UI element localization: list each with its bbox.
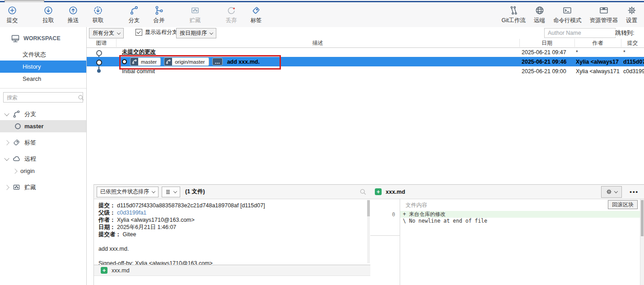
column-header-date[interactable]: 日期 xyxy=(519,39,575,47)
workspace-label: WORKSPACE xyxy=(23,35,61,42)
tree-branches[interactable]: 分支 xyxy=(0,108,86,120)
changed-file-row[interactable]: + xxx.md xyxy=(94,265,370,276)
commit-hash: c0d3199 xyxy=(623,68,644,75)
file-sort-dropdown[interactable]: 已依照文件状态排序 xyxy=(97,187,159,197)
toolbar-push-button[interactable]: 推送 xyxy=(62,5,84,24)
chevron-down-icon xyxy=(210,31,213,34)
commit-dot-icon xyxy=(122,59,127,64)
push-icon xyxy=(68,5,78,15)
author-filter-box xyxy=(544,28,616,38)
chevron-down-icon[interactable] xyxy=(4,111,9,116)
dropdown-value: 按日期排序 xyxy=(180,29,207,37)
chevron-down-icon[interactable] xyxy=(4,155,9,160)
more-options-button[interactable]: ••• xyxy=(630,188,639,195)
gear-icon xyxy=(606,188,612,195)
commit-row-initial[interactable]: Initial commit 2025-06-21 09:00 Xylia <a… xyxy=(87,66,644,76)
chevron-down-icon xyxy=(117,31,121,34)
commit-detail-panel: 已依照文件状态排序 (1 文件) 提交： d115d072f4330a88358… xyxy=(93,184,371,285)
diff-options-button[interactable] xyxy=(601,186,622,198)
view-mode-dropdown[interactable] xyxy=(162,187,180,197)
toolbar-explorer-button[interactable]: 资源管理器 xyxy=(586,5,622,24)
toolbar-discard-button[interactable]: 丢弃 xyxy=(220,5,243,24)
column-header-graph[interactable]: 图谱 xyxy=(87,39,117,47)
revert-hunk-button[interactable]: 回滚区块 xyxy=(608,200,638,209)
main-toolbar: 提交 拉取 推送 获取 分支 合并 xyxy=(0,2,644,28)
chevron-right-icon[interactable] xyxy=(4,140,9,145)
field-value: Xylia <always1710@163.com> xyxy=(117,217,195,223)
scrollbar[interactable] xyxy=(367,200,370,263)
toolbar-right-group: Git工作流 远端 命令行模式 资源管理器 设置 xyxy=(498,5,644,24)
tree-branch-master[interactable]: master xyxy=(0,120,86,132)
search-icon[interactable] xyxy=(359,188,366,195)
sidebar-item-search[interactable]: Search xyxy=(0,73,86,85)
fetch-icon xyxy=(93,5,103,15)
sidebar: WORKSPACE 文件状态 History Search 分支 master xyxy=(0,27,87,285)
tree-label: 贮藏 xyxy=(24,183,36,192)
pull-icon xyxy=(43,5,53,15)
chevron-right-icon[interactable] xyxy=(4,185,9,190)
tree-remote-origin[interactable]: origin xyxy=(0,165,86,177)
column-header-commit[interactable]: 提交 xyxy=(621,39,644,47)
commit-hash: * xyxy=(623,49,644,56)
toolbar-branch-button[interactable]: 分支 xyxy=(123,5,145,24)
graph-node-head-commit xyxy=(96,60,102,65)
branch-scope-dropdown[interactable]: 所有分支 xyxy=(89,28,124,38)
checkbox-label: 显示远程分支 xyxy=(145,28,177,36)
gitflow-icon xyxy=(509,5,518,15)
commit-row-selected[interactable]: master origin/master … add xxx.md. 2025-… xyxy=(87,57,644,66)
scrollbar-thumb[interactable] xyxy=(641,200,644,236)
chevron-down-icon xyxy=(173,189,177,193)
tree-stashes[interactable]: 贮藏 xyxy=(0,181,86,193)
commit-message: add xxx.md. xyxy=(98,245,366,252)
sidebar-item-file-status[interactable]: 文件状态 xyxy=(0,48,86,61)
scrollbar[interactable] xyxy=(640,199,644,285)
sidebar-search-input[interactable] xyxy=(6,94,78,101)
column-header-description[interactable]: 描述 xyxy=(116,39,520,47)
toolbar-fetch-button[interactable]: 获取 xyxy=(87,5,109,24)
file-added-icon: + xyxy=(375,188,382,195)
toolbar-remote-button[interactable]: 远端 xyxy=(530,5,549,24)
commit-author: * xyxy=(576,49,620,56)
commit-field: 提交者： Gitee xyxy=(98,231,366,238)
tree-tags[interactable]: 标签 xyxy=(0,136,86,149)
tree-remotes[interactable]: 远程 xyxy=(0,153,86,165)
jump-to-label: 跳转到: xyxy=(615,29,635,37)
toolbar-pull-button[interactable]: 拉取 xyxy=(37,5,60,24)
scrollbar-thumb[interactable] xyxy=(367,200,370,216)
toolbar-stash-button[interactable]: 贮藏 xyxy=(184,5,206,24)
commit-hash: d115d07 xyxy=(623,59,644,65)
toolbar-button-label: Git工作流 xyxy=(502,17,526,24)
diff-line-gutter: 0 xyxy=(370,199,400,285)
toolbar-tag-button[interactable]: 标签 xyxy=(245,5,267,24)
branch-tag-master: master xyxy=(130,57,161,66)
toolbar-terminal-button[interactable]: 命令行模式 xyxy=(549,5,586,24)
tag-icon xyxy=(12,138,21,147)
commit-row-uncommitted[interactable]: 未提交的更改 2025-06-21 09:47 * * xyxy=(87,47,644,57)
sort-order-dropdown[interactable]: 按日期排序 xyxy=(176,28,216,38)
toolbar-button-label: 获取 xyxy=(93,17,104,24)
toolbar-commit-button[interactable]: 提交 xyxy=(1,5,23,24)
more-refs-badge: … xyxy=(212,58,223,65)
tree-label: 分支 xyxy=(24,110,36,118)
commit-description: 未提交的更改 xyxy=(122,48,156,56)
workspace-header: WORKSPACE xyxy=(0,27,86,43)
toolbar-button-label: 分支 xyxy=(129,17,140,24)
chevron-down-icon xyxy=(152,189,155,193)
sourcetree-window: 提交 拉取 推送 获取 分支 合并 xyxy=(0,0,644,285)
toolbar-gitflow-button[interactable]: Git工作流 xyxy=(498,5,530,24)
column-header-author[interactable]: 作者 xyxy=(574,39,621,47)
workspace-nav: 文件状态 History Search xyxy=(0,48,86,85)
sidebar-item-history[interactable]: History xyxy=(0,61,86,73)
tag-icon xyxy=(251,5,261,15)
show-remote-checkbox[interactable]: 显示远程分支 xyxy=(135,28,177,36)
checkbox-icon xyxy=(135,29,142,36)
parent-commit-link[interactable]: c0d3199fa1 xyxy=(117,210,146,216)
author-filter-input[interactable] xyxy=(547,29,621,37)
toolbar-settings-button[interactable]: 设置 xyxy=(622,5,641,24)
toolbar-button-label: 丢弃 xyxy=(226,17,237,24)
branch-tag-label: origin/master xyxy=(172,58,208,65)
toolbar-merge-button[interactable]: 合并 xyxy=(148,5,170,24)
merge-icon xyxy=(154,5,164,15)
sidebar-divider xyxy=(0,88,86,89)
chevron-right-icon[interactable] xyxy=(12,168,17,173)
